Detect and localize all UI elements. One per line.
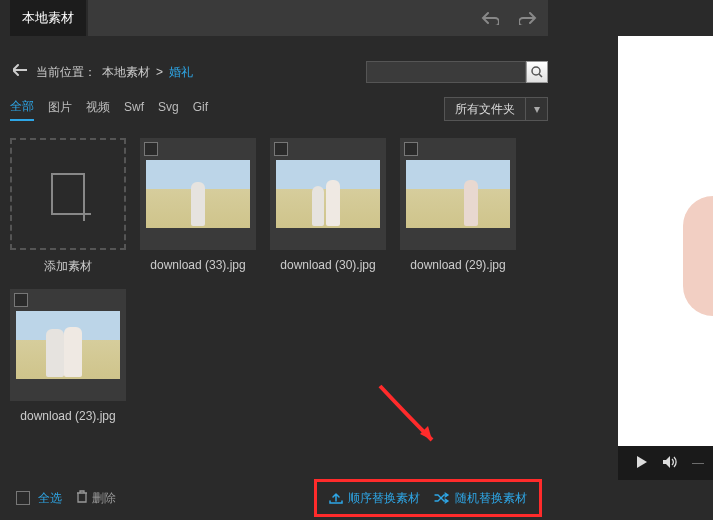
tab-bar	[88, 0, 548, 36]
asset-tile[interactable]: download (23).jpg	[10, 289, 126, 423]
volume-track[interactable]: —	[692, 456, 704, 470]
delete-label[interactable]: 删除	[92, 490, 116, 507]
filter-all[interactable]: 全部	[10, 98, 34, 121]
breadcrumb-sep: >	[156, 65, 163, 79]
select-all-label[interactable]: 全选	[38, 490, 62, 507]
undo-icon[interactable]	[480, 8, 500, 28]
replace-random-button[interactable]: 随机替换素材	[434, 490, 527, 507]
search-icon	[531, 66, 543, 78]
filter-video[interactable]: 视频	[86, 99, 110, 120]
folder-select-label: 所有文件夹	[445, 101, 525, 118]
asset-checkbox[interactable]	[404, 142, 418, 156]
volume-icon[interactable]	[662, 455, 678, 472]
add-asset-box[interactable]	[10, 138, 126, 250]
add-asset-tile[interactable]: 添加素材	[10, 138, 126, 275]
replace-sequential-button[interactable]: 顺序替换素材	[329, 490, 420, 507]
chevron-down-icon: ▾	[525, 98, 547, 120]
player-controls: —	[618, 446, 713, 480]
filter-gif[interactable]: Gif	[193, 100, 208, 118]
breadcrumb-leaf[interactable]: 婚礼	[169, 64, 193, 81]
filter-swf[interactable]: Swf	[124, 100, 144, 118]
tab-local-assets[interactable]: 本地素材	[10, 0, 86, 36]
breadcrumb-label: 当前位置：	[36, 64, 96, 81]
preview-image	[618, 36, 713, 446]
asset-checkbox[interactable]	[144, 142, 158, 156]
preview-panel: —	[618, 36, 713, 480]
back-icon[interactable]	[10, 63, 30, 81]
play-icon[interactable]	[636, 455, 648, 472]
add-asset-label: 添加素材	[10, 258, 126, 275]
filter-tabs: 全部 图片 视频 Swf Svg Gif	[10, 98, 208, 121]
bottom-bar: 全选 删除 顺序替换素材 随机替换素材	[10, 476, 548, 520]
asset-thumbnail	[146, 160, 250, 228]
add-icon	[51, 173, 85, 215]
breadcrumb: 当前位置： 本地素材 > 婚礼	[10, 52, 548, 92]
folder-select[interactable]: 所有文件夹 ▾	[444, 97, 548, 121]
redo-icon[interactable]	[518, 8, 538, 28]
filter-image[interactable]: 图片	[48, 99, 72, 120]
breadcrumb-root[interactable]: 本地素材	[102, 64, 150, 81]
asset-tile[interactable]: download (33).jpg	[140, 138, 256, 275]
replace-sequential-label: 顺序替换素材	[348, 490, 420, 507]
replace-random-label: 随机替换素材	[455, 490, 527, 507]
asset-thumbnail	[16, 311, 120, 379]
select-all-checkbox[interactable]	[16, 491, 30, 505]
asset-tile[interactable]: download (29).jpg	[400, 138, 516, 275]
svg-point-0	[532, 67, 540, 75]
asset-checkbox[interactable]	[14, 293, 28, 307]
asset-tile[interactable]: download (30).jpg	[270, 138, 386, 275]
asset-filename: download (30).jpg	[270, 258, 386, 272]
asset-thumbnail	[406, 160, 510, 228]
shuffle-icon	[434, 492, 450, 504]
asset-checkbox[interactable]	[274, 142, 288, 156]
asset-thumbnail	[276, 160, 380, 228]
asset-filename: download (29).jpg	[400, 258, 516, 272]
asset-grid: 添加素材 download (33).jpg download (30).jpg…	[10, 138, 548, 423]
trash-icon[interactable]	[76, 490, 88, 506]
filter-svg[interactable]: Svg	[158, 100, 179, 118]
svg-line-1	[539, 74, 542, 77]
asset-filename: download (23).jpg	[10, 409, 126, 423]
replace-actions: 顺序替换素材 随机替换素材	[314, 479, 542, 517]
search-button[interactable]	[526, 61, 548, 83]
upload-icon	[329, 492, 343, 504]
search-input[interactable]	[366, 61, 526, 83]
asset-filename: download (33).jpg	[140, 258, 256, 272]
